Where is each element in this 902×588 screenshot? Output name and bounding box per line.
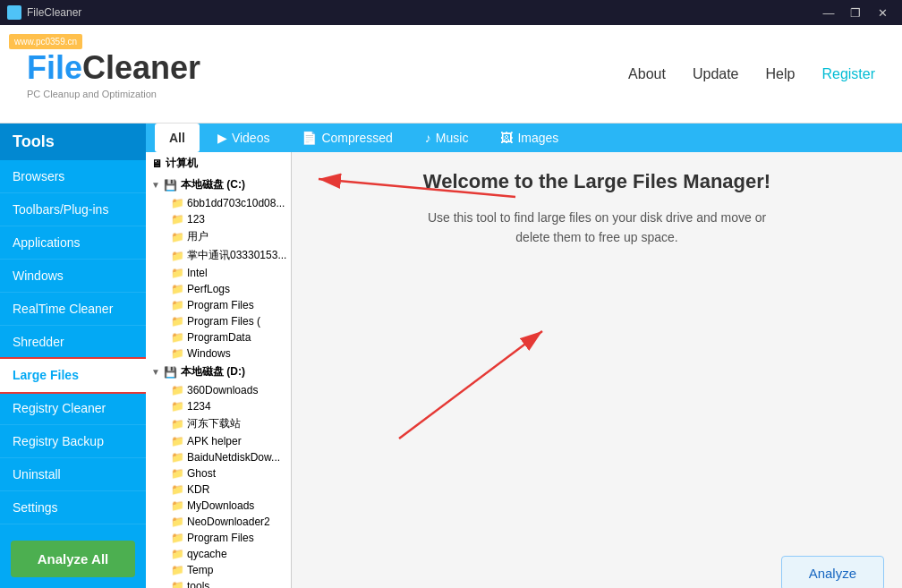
- folder-icon: 📁: [171, 231, 184, 243]
- tab-images-label: Images: [517, 131, 558, 145]
- tab-images[interactable]: 🖼 Images: [486, 124, 573, 152]
- nav-help[interactable]: Help: [766, 66, 796, 82]
- sidebar-item-realtime[interactable]: RealTime Cleaner: [0, 293, 146, 326]
- tree-item[interactable]: 📁123: [146, 211, 291, 227]
- tab-videos-label: Videos: [232, 131, 270, 145]
- tree-item[interactable]: 📁Program Files: [146, 297, 291, 313]
- sidebar-header: Tools: [0, 124, 146, 160]
- content-area: All ▶ Videos 📄 Compressed ♪ Music 🖼 Imag…: [146, 124, 902, 588]
- tab-compressed-label: Compressed: [321, 131, 392, 145]
- tab-compressed[interactable]: 📄 Compressed: [287, 124, 406, 152]
- sidebar-item-windows[interactable]: Windows: [0, 260, 146, 293]
- logo-area: FileCleaner PC Cleanup and Optimization: [27, 49, 200, 99]
- folder-icon: 📁: [171, 467, 184, 480]
- file-tree: 🖥 计算机 ▼ 💾 本地磁盘 (C:) 📁6bb1dd703c10d08... …: [146, 152, 291, 588]
- close-button[interactable]: ✕: [870, 4, 895, 21]
- tree-item[interactable]: 📁PerfLogs: [146, 281, 291, 297]
- tree-item[interactable]: 📁Ghost: [146, 465, 291, 481]
- folder-icon: 📁: [171, 283, 184, 295]
- file-tree-panel: 🖥 计算机 ▼ 💾 本地磁盘 (C:) 📁6bb1dd703c10d08... …: [146, 152, 292, 588]
- folder-icon: 📁: [171, 267, 184, 279]
- computer-icon: 🖥: [151, 158, 162, 170]
- tree-item[interactable]: 📁qycache: [146, 546, 291, 562]
- svg-rect-0: [9, 7, 20, 18]
- tab-bar: All ▶ Videos 📄 Compressed ♪ Music 🖼 Imag…: [146, 124, 902, 152]
- folder-icon: 📁: [171, 418, 184, 430]
- sidebar-item-registry-cleaner[interactable]: Registry Cleaner: [0, 392, 146, 425]
- folder-icon: 📁: [171, 435, 184, 447]
- svg-line-3: [399, 331, 542, 439]
- folder-icon: 📁: [171, 483, 184, 496]
- title-bar-left: FileCleaner: [7, 5, 81, 20]
- tree-item[interactable]: 📁KDR: [146, 481, 291, 498]
- tree-item[interactable]: 📁MyDownloads: [146, 498, 291, 514]
- welcome-area: Welcome to the Large Files Manager! Use …: [292, 152, 902, 588]
- sidebar-item-registry-backup[interactable]: Registry Backup: [0, 425, 146, 458]
- tree-item[interactable]: 📁Intel: [146, 265, 291, 281]
- sidebar: Tools Browsers Toolbars/Plug-ins Applica…: [0, 124, 146, 588]
- app-icon: [7, 5, 21, 20]
- nav-register[interactable]: Register: [821, 66, 875, 82]
- folder-icon: 📁: [171, 499, 184, 512]
- sidebar-item-applications[interactable]: Applications: [0, 226, 146, 260]
- sidebar-item-shredder[interactable]: Shredder: [0, 326, 146, 359]
- maximize-button[interactable]: ❐: [843, 4, 868, 21]
- sidebar-item-settings[interactable]: Settings: [0, 491, 146, 524]
- compressed-icon: 📄: [302, 131, 317, 145]
- folder-icon: 📁: [171, 331, 184, 344]
- tree-item[interactable]: 📁APK helper: [146, 433, 291, 449]
- tree-item[interactable]: 📁河东下载站: [146, 414, 291, 433]
- music-icon: ♪: [425, 131, 431, 145]
- analyze-button[interactable]: Analyze: [781, 556, 884, 588]
- tab-music[interactable]: ♪ Music: [411, 124, 483, 152]
- images-icon: 🖼: [500, 131, 513, 145]
- folder-icon: 📁: [171, 299, 184, 311]
- tree-item[interactable]: 📁1234: [146, 398, 291, 414]
- minimize-button[interactable]: —: [816, 4, 841, 21]
- folder-icon: 📁: [171, 315, 184, 328]
- nav-update[interactable]: Update: [693, 66, 739, 82]
- tree-item[interactable]: 📁Program Files: [146, 530, 291, 546]
- sidebar-item-browsers[interactable]: Browsers: [0, 160, 146, 193]
- tree-item[interactable]: 📁Windows: [146, 345, 291, 362]
- logo-cleaner: Cleaner: [82, 49, 200, 87]
- welcome-panel: Welcome to the Large Files Manager! Use …: [292, 152, 902, 266]
- sidebar-item-uninstall[interactable]: Uninstall: [0, 458, 146, 491]
- tree-item[interactable]: 📁360Downloads: [146, 382, 291, 398]
- tree-item[interactable]: 📁tools: [146, 578, 291, 588]
- nav-links: About Update Help Register: [628, 66, 875, 82]
- tab-music-label: Music: [436, 131, 469, 145]
- folder-icon: 📁: [171, 548, 184, 560]
- main-layout: Tools Browsers Toolbars/Plug-ins Applica…: [0, 124, 902, 588]
- analyze-all-button[interactable]: Analyze All: [11, 541, 135, 577]
- drive-d-label: 本地磁盘 (D:): [181, 364, 245, 379]
- tab-all[interactable]: All: [155, 124, 200, 152]
- sidebar-item-large-files[interactable]: Large Files: [0, 359, 146, 392]
- tree-item[interactable]: 📁BaiduNetdiskDow...: [146, 449, 291, 465]
- tab-videos[interactable]: ▶ Videos: [203, 124, 285, 152]
- analyze-button-container: Analyze: [781, 556, 884, 588]
- tree-root-label: 计算机: [166, 156, 198, 171]
- drive-d-header[interactable]: ▼ 💾 本地磁盘 (D:): [146, 362, 291, 382]
- welcome-title: Welcome to the Large Files Manager!: [423, 170, 770, 193]
- video-icon: ▶: [217, 131, 227, 145]
- tree-item[interactable]: 📁NeoDownloader2: [146, 514, 291, 530]
- sidebar-item-toolbars[interactable]: Toolbars/Plug-ins: [0, 193, 146, 226]
- tree-item[interactable]: 📁Program Files (: [146, 313, 291, 329]
- sidebar-bottom: Analyze All: [0, 530, 146, 588]
- tab-all-label: All: [169, 131, 185, 145]
- tree-item[interactable]: 📁用户: [146, 227, 291, 246]
- tree-item[interactable]: 📁掌中通讯03330153...: [146, 246, 291, 265]
- tree-item[interactable]: 📁6bb1dd703c10d08...: [146, 195, 291, 211]
- drive-c-header[interactable]: ▼ 💾 本地磁盘 (C:): [146, 175, 291, 195]
- drive-d-arrow: ▼: [151, 367, 160, 377]
- tree-item[interactable]: 📁Temp: [146, 562, 291, 578]
- logo-sub: PC Cleanup and Optimization: [27, 89, 200, 99]
- folder-icon: 📁: [171, 213, 184, 226]
- folder-icon: 📁: [171, 580, 184, 588]
- tree-root[interactable]: 🖥 计算机: [146, 152, 291, 175]
- nav-about[interactable]: About: [628, 66, 666, 82]
- folder-icon: 📁: [171, 347, 184, 360]
- drive-c-label: 本地磁盘 (C:): [181, 177, 245, 192]
- tree-item[interactable]: 📁ProgramData: [146, 329, 291, 345]
